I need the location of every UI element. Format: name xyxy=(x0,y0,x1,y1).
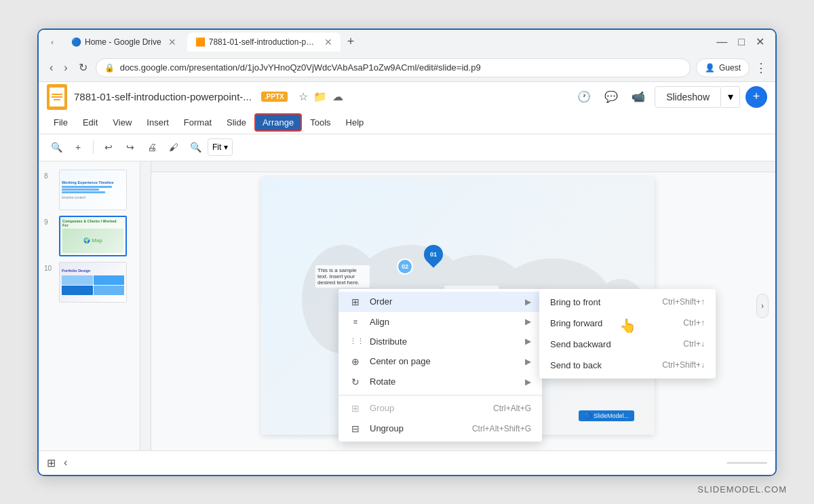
menu-arrange[interactable]: Arrange xyxy=(254,113,302,132)
slideshow-dropdown-arrow[interactable]: ▾ xyxy=(721,86,740,108)
chrome-menu-button[interactable]: ⋮ xyxy=(755,60,767,75)
dropdown-item-align[interactable]: ≡ Align ▶ xyxy=(338,312,542,332)
zoom-out-button[interactable]: 🔍 xyxy=(186,138,205,157)
address-bar: ‹ › ↻ 🔒 docs.google.com/presentation/d/1… xyxy=(39,54,775,81)
redo-button[interactable]: ↪ xyxy=(121,138,140,157)
new-tab-button[interactable]: + xyxy=(343,35,359,49)
pptx-badge: .PPTX xyxy=(261,92,288,102)
tab-google-drive[interactable]: 🔵 Home - Google Drive ✕ xyxy=(63,33,185,52)
zoom-select[interactable]: Fit ▾ xyxy=(208,138,233,156)
slide-item-10[interactable]: 10 Portfolio Design xyxy=(39,259,140,305)
close-button[interactable]: ✕ xyxy=(756,35,764,48)
slide-thumb-8[interactable]: Working Experience Timeline timeline con… xyxy=(59,170,127,210)
tab-2-close[interactable]: ✕ xyxy=(324,37,332,47)
paint-format-button[interactable]: 🖌 xyxy=(164,138,183,157)
maximize-button[interactable]: □ xyxy=(738,36,745,48)
ungroup-shortcut: Ctrl+Alt+Shift+G xyxy=(472,424,531,433)
minimize-button[interactable]: — xyxy=(716,36,727,48)
dropdown-item-distribute[interactable]: ⋮⋮ Distribute ▶ xyxy=(338,332,542,351)
order-arrow: ▶ xyxy=(525,297,531,307)
menu-view[interactable]: View xyxy=(106,115,138,130)
map-pin-selected: 01 xyxy=(424,245,443,264)
tab-2-title: 7881-01-self-introduction-pow... xyxy=(209,37,317,47)
window-controls: — □ ✕ xyxy=(716,35,770,48)
video-button[interactable]: 📹 xyxy=(627,86,649,108)
back-button[interactable]: ‹ xyxy=(47,59,56,77)
menu-help[interactable]: Help xyxy=(339,115,371,130)
dropdown-divider-1 xyxy=(338,395,542,395)
distribute-arrow: ▶ xyxy=(525,336,531,346)
browser-window: ‹ 🔵 Home - Google Drive ✕ 🟧 7881-01-self… xyxy=(37,28,777,476)
refresh-button[interactable]: ↻ xyxy=(76,58,90,77)
menu-bar: File Edit View Insert Format Slide Arran… xyxy=(39,112,775,134)
bring-to-front-shortcut: Ctrl+Shift+↑ xyxy=(662,297,705,307)
tab-presentation[interactable]: 🟧 7881-01-self-introduction-pow... ✕ xyxy=(187,33,341,52)
google-drive-favicon: 🔵 xyxy=(71,37,81,47)
menu-tools[interactable]: Tools xyxy=(303,115,337,130)
slide-num-9: 9 xyxy=(44,216,55,226)
title-actions: ☆ 📁 ☁ xyxy=(298,90,343,103)
tab-1-close[interactable]: ✕ xyxy=(168,37,176,47)
grid-view-button[interactable]: ⊞ xyxy=(47,457,56,469)
main-content: 8 Working Experience Timeline timeline c… xyxy=(39,161,775,450)
comment-button[interactable]: 💬 xyxy=(600,86,622,108)
bring-forward-label: Bring forward xyxy=(550,318,675,328)
slideshow-button[interactable]: Slideshow xyxy=(655,86,721,108)
menu-slide[interactable]: Slide xyxy=(220,115,253,130)
presentation-favicon: 🟧 xyxy=(195,37,205,47)
slide-num-10: 10 xyxy=(44,262,55,272)
center-arrow: ▶ xyxy=(525,357,531,366)
center-label: Center on page xyxy=(370,356,517,366)
menu-format[interactable]: Format xyxy=(177,115,218,130)
center-icon: ⊕ xyxy=(349,356,362,367)
collapse-panel-button[interactable]: ‹ xyxy=(64,457,67,469)
slide-thumb-10[interactable]: Portfolio Design xyxy=(59,262,127,303)
dropdown-item-ungroup[interactable]: ⊟ Ungroup Ctrl+Alt+Shift+G xyxy=(338,419,542,439)
slideshow-label: Slideshow xyxy=(666,92,710,102)
slide-model-logo: 🔵 SlideModel... xyxy=(579,410,634,421)
slide-item-8[interactable]: 8 Working Experience Timeline timeline c… xyxy=(39,167,140,213)
align-label: Align xyxy=(370,317,517,327)
dropdown-item-rotate[interactable]: ↻ Rotate ▶ xyxy=(338,372,542,392)
dropdown-item-order[interactable]: ⊞ Order ▶ xyxy=(338,292,542,312)
submenu-send-backward[interactable]: Send backward Ctrl+↓ xyxy=(539,334,716,355)
submenu-bring-forward[interactable]: Bring forward Ctrl+↑ xyxy=(539,313,716,334)
add-collaborator-button[interactable]: + xyxy=(745,86,767,108)
dropdown-item-center[interactable]: ⊕ Center on page ▶ xyxy=(338,351,542,372)
bring-forward-shortcut: Ctrl+↑ xyxy=(683,318,705,328)
search-toolbar-button[interactable]: 🔍 xyxy=(47,138,66,157)
toolbar: 🔍 + ↩ ↪ 🖨 🖌 🔍 Fit ▾ xyxy=(39,134,775,161)
guest-label: Guest xyxy=(719,63,741,73)
print-button[interactable]: 🖨 xyxy=(142,138,161,157)
rotate-label: Rotate xyxy=(370,376,517,387)
submenu-bring-to-front[interactable]: Bring to front Ctrl+Shift+↑ xyxy=(539,292,716,313)
submenu-send-to-back[interactable]: Send to back Ctrl+Shift+↓ xyxy=(539,355,716,376)
slides-logo xyxy=(47,84,67,110)
order-label: Order xyxy=(370,296,517,307)
profile-button[interactable]: 👤 Guest xyxy=(696,58,750,77)
menu-edit[interactable]: Edit xyxy=(76,115,104,130)
undo-button[interactable]: ↩ xyxy=(99,138,118,157)
zoom-in-button[interactable]: + xyxy=(69,138,88,157)
menu-insert[interactable]: Insert xyxy=(140,115,176,130)
slide-item-9[interactable]: 9 Companies & Clients I Worked For 🌍 Map xyxy=(39,213,140,259)
star-button[interactable]: ☆ xyxy=(298,90,308,103)
bring-to-front-label: Bring to front xyxy=(550,297,654,307)
cloud-button[interactable]: ☁ xyxy=(332,90,343,103)
menu-file[interactable]: File xyxy=(47,115,75,130)
distribute-icon: ⋮⋮ xyxy=(349,337,362,346)
sidebar-collapse-button[interactable]: › xyxy=(756,294,769,318)
url-bar[interactable]: 🔒 docs.google.com/presentation/d/1joJvYH… xyxy=(96,58,691,77)
slides-header: 7881-01-self-introduction-powerpoint-...… xyxy=(39,82,775,134)
history-button[interactable]: 🕐 xyxy=(573,86,595,108)
tab-nav-arrow[interactable]: ‹ xyxy=(44,34,60,50)
folder-button[interactable]: 📁 xyxy=(313,90,327,103)
forward-button[interactable]: › xyxy=(61,59,70,77)
url-text: docs.google.com/presentation/d/1joJvYHno… xyxy=(120,62,481,73)
tab-bar: ‹ 🔵 Home - Google Drive ✕ 🟧 7881-01-self… xyxy=(39,30,775,54)
group-icon: ⊞ xyxy=(349,403,362,414)
canvas-area: 02 01 04 This is a sample text. Insert y… xyxy=(140,161,775,450)
chrome-top-bar: ‹ 🔵 Home - Google Drive ✕ 🟧 7881-01-self… xyxy=(39,30,775,82)
slide-thumb-9[interactable]: Companies & Clients I Worked For 🌍 Map xyxy=(59,216,127,256)
send-to-back-label: Send to back xyxy=(550,360,654,370)
